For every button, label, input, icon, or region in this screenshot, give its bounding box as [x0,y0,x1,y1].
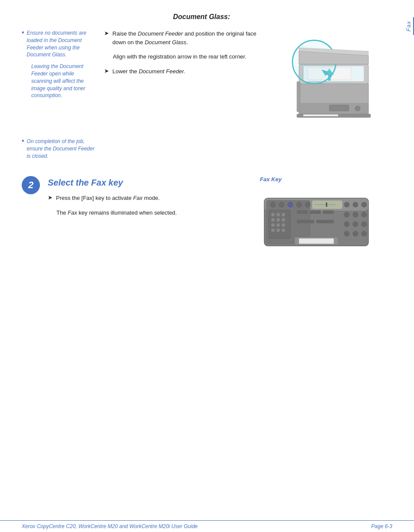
doc-glass-italic-1: Document Glass [145,39,186,46]
svg-point-52 [344,231,349,236]
svg-point-37 [282,223,285,227]
fax-instruction-1: ➤ Press the [Fax] key to activate Fax mo… [48,194,260,202]
middle-instructions: ➤ Raise the Document Feeder and position… [100,29,264,125]
instruction-2: ➤ Lower the Document Feeder. [104,67,264,76]
svg-point-7 [355,106,360,111]
page-container: Fax Document Glass: • Ensure no document… [0,0,414,532]
svg-point-34 [282,218,285,222]
footer-left: Xerox CopyCentre C20, WorkCentre M20 and… [22,523,198,529]
svg-rect-48 [299,238,334,244]
section2-title: Select the Fax key [48,178,260,188]
scanner-illustration [273,29,377,125]
svg-rect-59 [316,220,334,223]
doc-feeder-italic-2: Document Feeder. [139,68,185,75]
svg-point-24 [279,202,284,207]
svg-point-27 [305,202,310,207]
svg-rect-21 [326,202,327,207]
svg-point-41 [344,202,349,207]
footer: Xerox CopyCentre C20, WorkCentre M20 and… [0,520,414,532]
svg-point-25 [288,202,293,207]
bullet-item-completion: • On completion of the job, ensure the D… [22,138,95,160]
doc-feeder-italic-1: Document Feeder [138,30,183,37]
footer-right: Page 6-3 [371,523,392,529]
fax-instruction-1-text: Press the [Fax] key to activate Fax mode… [56,194,160,202]
svg-point-44 [344,212,349,217]
svg-rect-56 [310,210,321,214]
arrow-sym-1: ➤ [104,30,109,36]
section2-number-area: 2 [22,176,48,255]
section2-content: Select the Fax key ➤ Press the [Fax] key… [48,176,260,255]
svg-point-33 [276,218,280,222]
svg-rect-9 [297,82,300,112]
svg-point-31 [282,213,285,216]
left-notes: • Ensure no documents are loaded in the … [22,29,95,125]
svg-point-32 [271,218,275,222]
svg-rect-8 [329,105,349,111]
svg-point-38 [271,228,275,232]
section2-right: Fax Key [260,176,381,255]
svg-point-53 [353,231,358,236]
instruction-1: ➤ Raise the Document Feeder and position… [104,29,264,46]
note-indent-1: Leaving the Document Feeder open while s… [31,63,95,99]
svg-point-45 [353,212,358,217]
instruction-1-text: Raise the Document Feeder and position t… [112,29,264,46]
svg-point-51 [361,222,367,227]
svg-point-35 [271,223,275,227]
arrow-sym-3: ➤ [48,194,53,201]
svg-point-36 [276,223,280,227]
svg-point-23 [270,202,276,207]
instruction-2-text: Lower the Document Feeder. [112,67,185,76]
section-title: Document Glass: [22,13,381,21]
bullet-dot-completion: • [22,137,24,145]
scanner-image-area [269,29,381,125]
fax-instruction-2: The Fax key remains illuminated when sel… [56,209,260,217]
svg-rect-6 [303,114,338,116]
align-note: Align with the registration arrow in the… [113,52,264,61]
svg-point-50 [353,222,358,227]
fax-tab: Fax [404,17,414,35]
fax-key-label: Fax Key [260,176,282,183]
step-2-circle: 2 [22,176,40,194]
fax-italic-1: Fax [133,195,143,201]
fax-machine-illustration [260,185,373,255]
bullet-text-1: Ensure no documents are loaded in the Do… [27,29,95,59]
bullet-text-completion: On completion of the job, ensure the Doc… [27,138,95,160]
main-content: Document Glass: • Ensure no documents ar… [0,0,403,281]
svg-point-39 [276,228,280,232]
svg-point-40 [282,228,285,232]
svg-point-26 [296,202,302,207]
svg-point-46 [361,212,367,217]
bullet-item-1: • Ensure no documents are loaded in the … [22,29,95,59]
svg-point-30 [276,213,280,216]
svg-rect-58 [297,220,314,223]
section2: 2 Select the Fax key ➤ Press the [Fax] k… [22,176,381,255]
svg-point-42 [353,202,358,207]
completion-left: • On completion of the job, ensure the D… [22,138,95,163]
top-section: • Ensure no documents are loaded in the … [22,29,381,125]
bullet-dot-1: • [22,29,24,36]
arrow-sym-2: ➤ [104,68,109,74]
svg-point-49 [344,222,349,227]
svg-point-29 [271,213,275,216]
svg-point-54 [361,231,367,236]
fax-italic-2: Fax [68,209,77,216]
svg-rect-57 [323,210,334,214]
svg-point-43 [361,202,367,207]
completion-section: • On completion of the job, ensure the D… [22,138,381,163]
svg-rect-55 [297,210,308,214]
